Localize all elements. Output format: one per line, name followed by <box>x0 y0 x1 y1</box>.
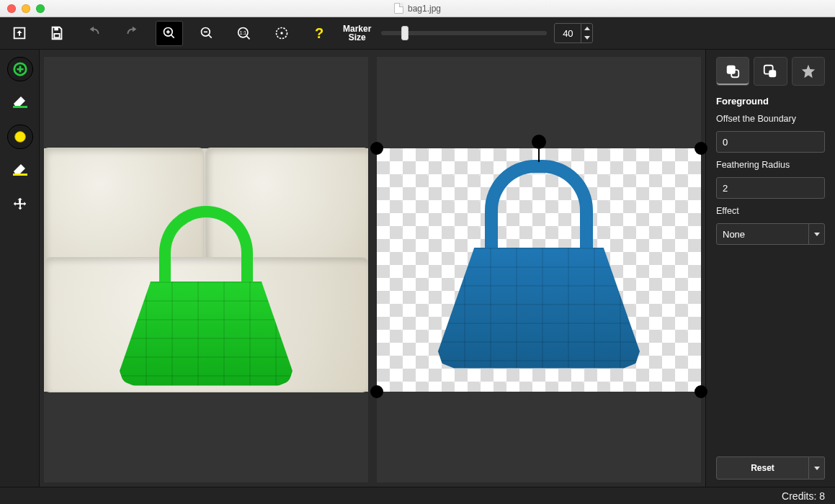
window-filename: bag1.jpg <box>408 4 441 14</box>
sidebar-tabs <box>716 57 825 86</box>
zoom-in-button[interactable] <box>156 21 183 46</box>
offset-spinbox[interactable] <box>716 131 825 153</box>
zoom-fit-button[interactable] <box>268 21 295 46</box>
feather-spinbox[interactable] <box>716 177 825 199</box>
credits-value: 8 <box>819 490 825 502</box>
svg-rect-10 <box>13 106 27 108</box>
reset-dropdown-caret[interactable] <box>809 456 825 480</box>
add-foreground-tool[interactable] <box>7 57 33 81</box>
image-panels <box>40 50 705 487</box>
cutout-subject <box>438 160 640 369</box>
close-window-button[interactable] <box>7 4 16 13</box>
mask-tools-palette <box>0 50 40 487</box>
crop-handle-top-right[interactable] <box>695 142 707 155</box>
window-title: bag1.jpg <box>0 3 835 14</box>
effect-value: None <box>717 224 808 244</box>
crop-handle-bottom-left[interactable] <box>370 385 383 398</box>
help-button[interactable]: ? <box>305 21 333 46</box>
result-image-panel[interactable] <box>377 57 701 482</box>
marker-size-step-up[interactable] <box>581 24 592 33</box>
background-eraser-tool[interactable] <box>7 156 33 181</box>
feather-label: Feathering Radius <box>716 160 825 170</box>
effect-dropdown-caret[interactable] <box>808 224 824 244</box>
save-file-button[interactable] <box>43 21 71 46</box>
offset-value[interactable] <box>717 132 835 152</box>
svg-rect-12 <box>13 174 27 176</box>
undo-button[interactable] <box>81 21 108 46</box>
offset-label: Offset the Boundary <box>716 114 825 124</box>
crop-handle-top-left[interactable] <box>370 142 383 155</box>
masked-subject-overlay <box>120 206 293 386</box>
tab-favorites[interactable] <box>792 57 825 86</box>
effect-select[interactable]: None <box>716 223 825 245</box>
tab-foreground[interactable] <box>716 57 749 86</box>
crop-handle-bottom-right[interactable] <box>695 385 707 398</box>
source-image <box>44 148 368 392</box>
move-tool[interactable] <box>7 192 33 217</box>
svg-text:1:1: 1:1 <box>240 30 247 35</box>
window-titlebar: bag1.jpg <box>0 0 835 17</box>
zoom-out-button[interactable] <box>193 21 220 46</box>
mark-background-tool[interactable] <box>7 125 33 149</box>
status-bar: Credits: 8 <box>0 487 835 504</box>
sidebar-section-title: Foreground <box>716 96 825 107</box>
reset-button[interactable]: Reset <box>716 456 809 480</box>
marker-size-slider[interactable] <box>381 31 547 35</box>
zoom-actual-size-button[interactable]: 1:1 <box>231 21 258 46</box>
effect-label: Effect <box>716 206 825 216</box>
marker-size-step-down[interactable] <box>581 33 592 42</box>
foreground-eraser-tool[interactable] <box>7 89 33 113</box>
svg-point-11 <box>15 132 26 143</box>
svg-point-7 <box>280 32 282 34</box>
zoom-window-button[interactable] <box>36 4 45 13</box>
tab-background[interactable] <box>754 57 787 86</box>
source-image-panel[interactable] <box>44 57 368 482</box>
feather-value[interactable] <box>717 178 835 198</box>
marker-size-label: Marker Size <box>343 24 371 42</box>
result-image <box>377 148 701 392</box>
file-icon <box>394 3 403 14</box>
credits-label: Credits: <box>782 490 816 502</box>
slider-thumb[interactable] <box>401 26 408 40</box>
open-file-button[interactable] <box>6 21 33 46</box>
marker-size-spinbox[interactable] <box>554 23 593 43</box>
svg-rect-16 <box>769 70 777 77</box>
svg-rect-1 <box>54 34 59 37</box>
svg-rect-0 <box>54 27 58 31</box>
svg-text:?: ? <box>315 25 323 41</box>
marker-size-value[interactable] <box>555 24 581 42</box>
properties-sidebar: Foreground Offset the Boundary Featherin… <box>705 50 835 487</box>
workspace: Foreground Offset the Boundary Featherin… <box>0 50 835 487</box>
main-toolbar: 1:1 ? Marker Size <box>0 17 835 50</box>
redo-button[interactable] <box>118 21 146 46</box>
crop-handle-top-center[interactable] <box>532 135 546 149</box>
window-traffic-lights <box>7 4 45 13</box>
minimize-window-button[interactable] <box>22 4 30 13</box>
